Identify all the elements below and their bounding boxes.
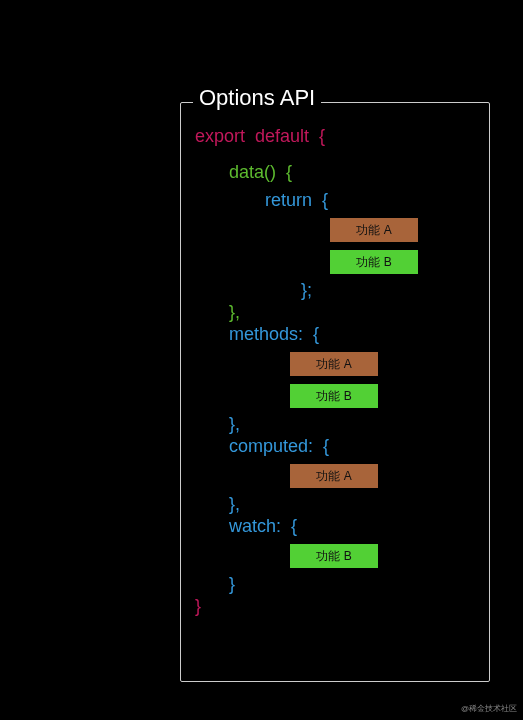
line-export-close: } xyxy=(195,597,481,615)
line-computed-close: }, xyxy=(229,495,481,513)
kw-computed: computed: xyxy=(229,436,313,456)
line-computed-open: computed: { xyxy=(229,437,481,455)
line-methods-close: }, xyxy=(229,415,481,433)
feature-tag-b: 功能 B xyxy=(289,543,379,569)
computed-tags: 功能 A xyxy=(289,463,481,489)
kw-return: return xyxy=(265,190,312,210)
watermark: @稀金技术社区 xyxy=(461,703,517,714)
feature-tag-a: 功能 A xyxy=(289,463,379,489)
kw-export: export xyxy=(195,126,245,146)
data-tags: 功能 A 功能 B xyxy=(329,217,481,275)
feature-tag-a: 功能 A xyxy=(289,351,379,377)
line-return: return { xyxy=(265,191,481,209)
line-export: export default { xyxy=(195,127,481,145)
kw-data: data xyxy=(229,162,264,182)
feature-tag-a: 功能 A xyxy=(329,217,419,243)
line-watch-open: watch: { xyxy=(229,517,481,535)
kw-methods: methods: xyxy=(229,324,303,344)
line-methods-open: methods: { xyxy=(229,325,481,343)
watch-tags: 功能 B xyxy=(289,543,481,569)
kw-default: default xyxy=(255,126,309,146)
kw-watch: watch: xyxy=(229,516,281,536)
line-data-close: }, xyxy=(229,303,481,321)
methods-tags: 功能 A 功能 B xyxy=(289,351,481,409)
line-watch-close: } xyxy=(229,575,481,593)
feature-tag-b: 功能 B xyxy=(329,249,419,275)
feature-tag-b: 功能 B xyxy=(289,383,379,409)
line-data-open: data() { xyxy=(229,163,481,181)
line-return-close: }; xyxy=(301,281,481,299)
options-api-frame: Options API export default { data() { re… xyxy=(180,102,490,682)
code-area: export default { data() { return { 功能 A … xyxy=(181,103,489,629)
